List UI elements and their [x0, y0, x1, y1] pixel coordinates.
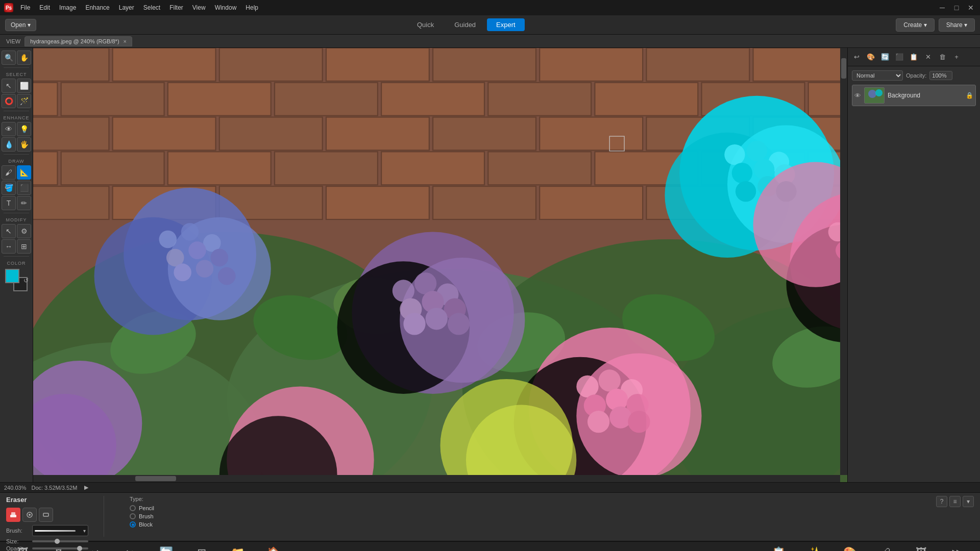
move-tool[interactable]: ↖ [2, 79, 16, 93]
v-scroll-thumb[interactable] [841, 58, 846, 79]
opacity-slider-thumb[interactable] [77, 546, 82, 551]
options-collapse-button[interactable]: ▾ [963, 496, 974, 507]
layer-visibility-icon[interactable]: 👁 [854, 92, 861, 99]
magic-wand-tool[interactable]: 🪄 [17, 94, 31, 108]
dodge-burn-tool[interactable]: 💡 [17, 122, 31, 136]
type-pencil-radio[interactable] [130, 505, 136, 511]
resize-tool[interactable]: ⊞ [17, 239, 31, 254]
tab-quick[interactable]: Quick [408, 18, 443, 31]
menu-layer[interactable]: Layer [115, 2, 138, 13]
size-slider-thumb[interactable] [55, 539, 60, 544]
layer-lock-icon[interactable]: 🔒 [966, 92, 973, 99]
shape-tool[interactable]: ⬛ [17, 181, 31, 195]
svg-point-124 [29, 514, 31, 516]
marquee-tool[interactable]: ⬜ [17, 79, 31, 93]
svg-rect-14 [488, 83, 591, 116]
eraser-active-button[interactable] [6, 508, 20, 522]
vertical-scrollbar[interactable] [840, 48, 847, 475]
svg-point-85 [754, 159, 774, 180]
canvas-area[interactable] [33, 48, 847, 482]
rt-btn-4[interactable]: ⬛ [893, 51, 906, 63]
lasso-tool[interactable]: ⭕ [2, 94, 16, 108]
menu-window[interactable]: Window [211, 2, 241, 13]
dock-organizer[interactable]: 📁 Organizer [219, 543, 255, 551]
size-slider[interactable] [32, 540, 88, 542]
horizontal-scrollbar[interactable] [33, 475, 840, 482]
dock-effects[interactable]: ✨ Effects [796, 543, 832, 551]
eraser-mode3-button[interactable] [39, 508, 53, 522]
hand-tool[interactable]: ✋ [17, 51, 31, 65]
blend-mode-select[interactable]: Normal Multiply Screen [852, 70, 903, 81]
type-block-radio[interactable] [130, 521, 136, 528]
dock-more[interactable]: ≫ More [939, 543, 975, 551]
dock-redo[interactable]: ↪ Redo [112, 543, 148, 551]
menu-enhance[interactable]: Enhance [81, 2, 113, 13]
opacity-input[interactable] [929, 71, 952, 80]
crop-tool[interactable]: ↖ [2, 224, 16, 238]
eye-tool[interactable]: 👁 [2, 122, 16, 136]
rt-btn-1[interactable]: ↩ [850, 51, 863, 63]
maximize-button[interactable]: □ [951, 3, 962, 13]
svg-rect-22 [433, 117, 536, 151]
rt-btn-2[interactable]: 🎨 [864, 51, 877, 63]
type-brush-radio[interactable] [130, 513, 136, 519]
options-list-button[interactable]: ≡ [949, 496, 961, 507]
h-scroll-thumb[interactable] [135, 476, 176, 481]
straighten-tool[interactable]: ↔ [2, 239, 16, 254]
brush-preview-button[interactable]: ▾ [32, 525, 88, 536]
rt-btn-5[interactable]: 📋 [907, 51, 920, 63]
dock-layers[interactable]: 📋 Layers [761, 543, 796, 551]
brush-tool[interactable]: 🖌 [2, 165, 16, 180]
eraser-tool[interactable]: 📐 [17, 165, 31, 180]
dock-home-screen[interactable]: 🏠 Home Screen [255, 543, 291, 551]
svg-point-109 [609, 406, 631, 428]
tab-guided[interactable]: Guided [445, 18, 485, 31]
menu-select[interactable]: Select [139, 2, 164, 13]
reset-colors-icon[interactable]: ↺ [23, 277, 29, 284]
recompose-tool[interactable]: ⚙ [17, 224, 31, 238]
brush-line-preview [35, 530, 76, 532]
close-button[interactable]: ✕ [966, 3, 976, 13]
dock-filters[interactable]: 🎨 Filters [832, 543, 868, 551]
forward-arrow-icon[interactable]: ▶ [84, 484, 88, 491]
tab-expert[interactable]: Expert [487, 18, 525, 31]
dock-layout[interactable]: ⊞ Layout [184, 543, 219, 551]
rt-btn-8[interactable]: + [950, 51, 963, 63]
dock-rotate[interactable]: 🔄 Rotate [148, 543, 184, 551]
menu-view[interactable]: View [188, 2, 210, 13]
doc-tab-close[interactable]: × [124, 38, 127, 44]
pencil-tool[interactable]: ✏ [17, 196, 31, 210]
document-tab[interactable]: hydrangeas.jpeg @ 240% (RGB/8*) × [24, 36, 132, 46]
dock-graphics[interactable]: 🖼 Graphics [903, 543, 939, 551]
eraser-mode2-button[interactable] [22, 508, 37, 522]
type-pencil-label: Pencil [139, 505, 154, 511]
menu-filter[interactable]: Filter [165, 2, 187, 13]
smudge-tool[interactable]: 🖐 [17, 137, 31, 152]
create-button[interactable]: Create ▾ [896, 18, 934, 32]
opacity-slider[interactable] [32, 547, 88, 549]
rt-btn-6[interactable]: ✕ [921, 51, 935, 63]
divider-1 [4, 67, 29, 68]
share-button[interactable]: Share ▾ [939, 18, 975, 32]
dock-styles[interactable]: 🖊 Styles [868, 543, 903, 551]
options-divider [104, 496, 104, 537]
svg-rect-9 [33, 83, 57, 116]
rt-btn-7[interactable]: 🗑 [936, 51, 949, 63]
minimize-button[interactable]: ─ [937, 3, 947, 13]
svg-rect-19 [113, 117, 216, 151]
rt-btn-3[interactable]: 🔄 [878, 51, 892, 63]
filters-icon: 🎨 [843, 546, 857, 551]
menu-help[interactable]: Help [241, 2, 262, 13]
menu-edit[interactable]: Edit [35, 2, 54, 13]
blur-tool[interactable]: 💧 [2, 137, 16, 152]
text-tool[interactable]: T [2, 196, 16, 210]
menu-image[interactable]: Image [55, 2, 80, 13]
foreground-color-swatch[interactable] [5, 269, 19, 283]
svg-point-119 [868, 90, 876, 98]
options-help-button[interactable]: ? [936, 496, 947, 507]
menu-file[interactable]: File [16, 2, 34, 13]
layer-item-background[interactable]: 👁 Background 🔒 [852, 85, 976, 106]
open-button[interactable]: Open ▾ [5, 19, 36, 31]
paint-bucket-tool[interactable]: 🪣 [2, 181, 16, 195]
zoom-tool[interactable]: 🔍 [2, 51, 16, 65]
